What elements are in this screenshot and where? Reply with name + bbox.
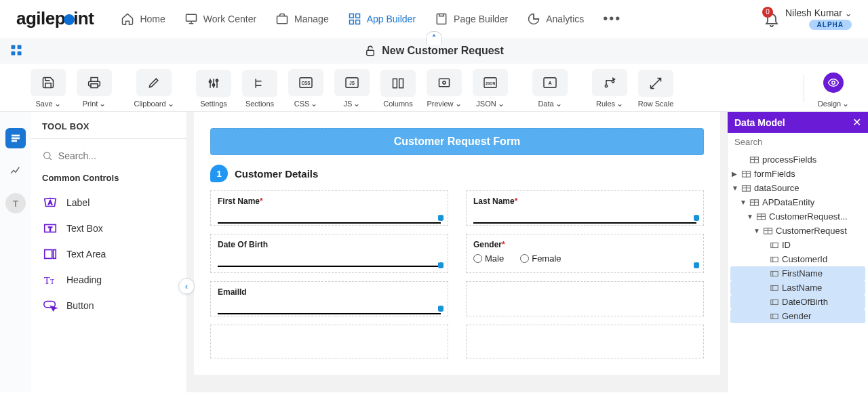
js-button[interactable]: JS JS [331, 69, 373, 108]
svg-text:JS: JS [349, 81, 355, 85]
field-firstname[interactable]: First Name* [210, 190, 448, 226]
table-icon [763, 227, 773, 235]
collapse-header-button[interactable]: ˄ [426, 31, 442, 45]
clipboard-button[interactable]: Clipboard [133, 69, 175, 108]
unlock-icon [364, 45, 376, 57]
toolbox-collapse-button[interactable]: ‹ [178, 278, 195, 294]
field-empty[interactable] [466, 281, 704, 316]
dm-node-id[interactable]: ID [730, 238, 865, 252]
user-menu[interactable]: Nilesh Kumar [785, 7, 852, 18]
preview-button[interactable]: Preview [423, 69, 465, 108]
data-model-search[interactable] [728, 133, 868, 151]
field-empty[interactable] [466, 325, 704, 358]
dm-node-custid[interactable]: CustomerId [730, 252, 865, 266]
toolbox-search[interactable] [42, 146, 176, 170]
columns-button[interactable]: Columns [377, 69, 419, 108]
nav-appbuilder[interactable]: App Builder [348, 12, 416, 26]
toolbox-panel: TOOL BOX Common Controls A Label T Text … [31, 112, 187, 392]
notification-badge: 0 [762, 7, 773, 18]
nav-analytics[interactable]: Analytics [527, 12, 584, 26]
left-rail: T [0, 112, 31, 392]
field-dob[interactable]: Date Of Birth [210, 234, 448, 273]
rowscale-button[interactable]: Row Scale [635, 69, 677, 108]
save-label: Save [35, 100, 52, 108]
dm-node-firstname[interactable]: FirstName [730, 266, 865, 281]
dm-node-gender[interactable]: Gender [730, 309, 865, 323]
svg-rect-58 [771, 299, 778, 304]
nav-home[interactable]: Home [121, 12, 165, 26]
dm-label: CustomerId [782, 254, 827, 264]
field-gender[interactable]: Gender* Male Female [466, 234, 704, 273]
dm-label: dataSource [754, 183, 800, 193]
svg-point-23 [443, 81, 446, 84]
database-icon [437, 262, 445, 270]
rail-chart-button[interactable] [5, 161, 26, 181]
dm-node-formfields[interactable]: ▶formFields [730, 167, 865, 181]
field-email[interactable]: EmailId [210, 281, 448, 316]
database-icon [692, 214, 701, 222]
data-model-search-input[interactable] [734, 136, 861, 148]
js-icon: JS [344, 77, 359, 89]
tool-textbox[interactable]: T Text Box [42, 215, 176, 241]
design-button[interactable]: Design [812, 69, 854, 108]
sections-button[interactable]: Sections [239, 69, 281, 108]
rowscale-icon [649, 77, 663, 90]
tool-textarea-text: Text Area [66, 249, 106, 260]
nav-pagebuilder[interactable]: Page Builder [435, 12, 508, 26]
css-icon: CSS [298, 77, 313, 89]
tool-textarea[interactable]: Text Area [42, 241, 176, 267]
tool-button[interactable]: Button [42, 293, 176, 318]
section-header[interactable]: 1 Customer Details [210, 165, 704, 182]
data-button[interactable]: A Data [529, 69, 571, 108]
svg-text:A: A [48, 200, 52, 206]
form-canvas[interactable]: Customer Request Form 1 Customer Details… [194, 112, 720, 375]
field-lastname[interactable]: Last Name* [466, 190, 704, 226]
dm-node-processfields[interactable]: processFields [730, 152, 865, 167]
chevron-left-icon: ‹ [185, 281, 188, 291]
radio-male[interactable]: Male [473, 253, 504, 264]
dm-node-cr[interactable]: ▼CustomerRequest [730, 224, 865, 238]
dm-node-dob[interactable]: DateOfBirth [730, 295, 865, 309]
field-empty[interactable] [210, 325, 448, 358]
chevron-down-icon [616, 99, 623, 108]
rules-button[interactable]: Rules [589, 69, 631, 108]
dm-node-apdata[interactable]: ▼APDataEntity [730, 195, 865, 209]
rail-text-button[interactable]: T [5, 193, 26, 213]
toolbox-search-input[interactable] [58, 150, 176, 161]
save-button[interactable]: Save [27, 69, 69, 108]
form-title-bar[interactable]: Customer Request Form [210, 128, 704, 155]
required-star: * [515, 196, 518, 206]
settings-button[interactable]: Settings [193, 69, 235, 108]
tool-label[interactable]: A Label [42, 190, 176, 215]
apps-grid-icon[interactable] [9, 43, 23, 57]
svg-rect-4 [349, 20, 353, 24]
rail-toolbox-button[interactable] [5, 128, 26, 148]
nav-home-label: Home [140, 14, 165, 24]
eye-icon [823, 73, 844, 93]
toolbar: Save Print Clipboard Settings Sections C… [0, 64, 868, 112]
svg-text:A: A [548, 80, 551, 86]
svg-point-30 [832, 81, 835, 85]
dm-label: processFields [762, 154, 816, 165]
field-icon [770, 284, 779, 292]
nav-manage[interactable]: Manage [275, 12, 329, 26]
dm-node-datasource[interactable]: ▼dataSource [730, 181, 865, 195]
dm-node-lastname[interactable]: LastName [730, 281, 865, 295]
dm-node-cr-parent[interactable]: ▼CustomerRequest... [730, 209, 865, 224]
nav-manage-label: Manage [294, 14, 329, 24]
tool-heading[interactable]: TT Heading [42, 267, 176, 293]
radio-female[interactable]: Female [520, 253, 561, 264]
field-icon [770, 241, 779, 249]
database-icon [437, 214, 445, 222]
print-button[interactable]: Print [73, 69, 115, 108]
close-icon[interactable]: ✕ [852, 116, 861, 129]
json-label: JSON [476, 100, 496, 108]
nav-workcenter[interactable]: Work Center [184, 12, 256, 26]
json-button[interactable]: JSON JSON [469, 69, 511, 108]
search-icon [42, 150, 53, 162]
css-button[interactable]: CSS CSS [285, 69, 327, 108]
nav-more-icon[interactable]: ••• [603, 11, 621, 26]
notification-bell[interactable]: 0 [764, 11, 780, 27]
user-name-label: Nilesh Kumar [785, 7, 842, 18]
svg-rect-20 [393, 79, 397, 87]
